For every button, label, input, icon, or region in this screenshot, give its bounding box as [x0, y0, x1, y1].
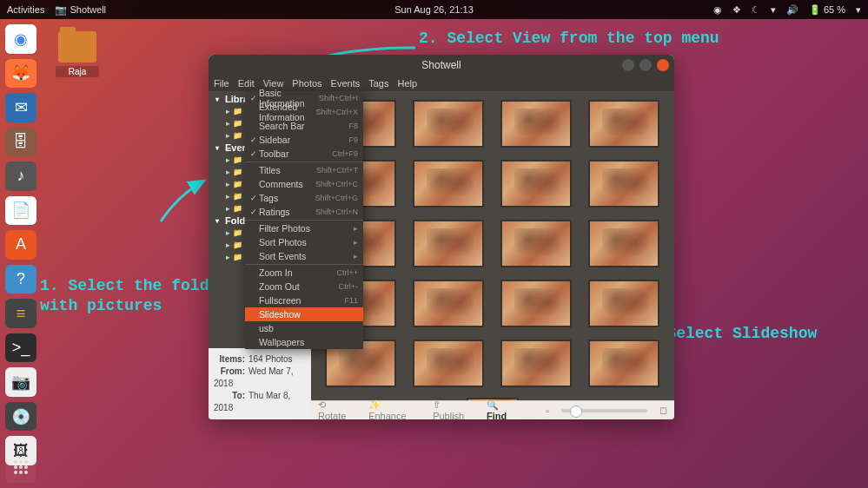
- photo-thumbnail[interactable]: [413, 280, 484, 327]
- battery-icon[interactable]: 🔋 65 %: [809, 4, 845, 16]
- photo-thumbnail[interactable]: [588, 100, 659, 148]
- svg-point-8: [24, 471, 28, 474]
- power-icon[interactable]: ▾: [856, 4, 861, 16]
- activities-button[interactable]: Activities: [7, 4, 44, 15]
- dropbox-icon[interactable]: ❖: [732, 4, 741, 16]
- photo-thumbnail[interactable]: [588, 160, 659, 208]
- photo-thumbnail[interactable]: [500, 280, 572, 327]
- menu-file[interactable]: File: [214, 78, 229, 89]
- annotation-1: 1. Select the folder with pictures: [40, 276, 228, 317]
- rhythmbox-icon[interactable]: ♪: [5, 162, 36, 191]
- menu-item-ratings[interactable]: ✓RatingsShift+Ctrl+N: [245, 205, 363, 219]
- annotation-2: 2. Select View from the top menu: [419, 29, 719, 49]
- photo-thumbnail[interactable]: [500, 100, 572, 148]
- network-icon[interactable]: ▾: [771, 4, 776, 16]
- writer-icon[interactable]: 📄: [5, 196, 36, 226]
- svg-point-2: [24, 460, 28, 464]
- thumbnail-grid[interactable]: [311, 91, 674, 400]
- view-menu-dropdown: ✓Basic InformationShift+Ctrl+IExtended I…: [245, 91, 363, 349]
- close-button[interactable]: [657, 59, 669, 71]
- desktop-folder[interactable]: Raja: [56, 31, 99, 77]
- photo-thumbnail[interactable]: [500, 160, 572, 208]
- software-icon[interactable]: A: [5, 230, 36, 260]
- photo-thumbnail[interactable]: [588, 340, 659, 387]
- cheese-icon[interactable]: 📷: [5, 367, 36, 397]
- bottom-toolbar: ⟲ Rotate ✨ Enhance ⇧ Publish 🔍 Find ▫ ◻: [311, 400, 674, 419]
- menu-item-sort-events[interactable]: Sort Events▸: [245, 249, 363, 263]
- maximize-button[interactable]: [639, 59, 652, 71]
- top-panel: Activities 📷 Shotwell Sun Aug 26, 21:13 …: [0, 0, 868, 19]
- help-icon[interactable]: ?: [5, 265, 36, 294]
- zoom-in-icon[interactable]: ◻: [659, 405, 667, 416]
- menu-item-titles[interactable]: TitlesShift+Ctrl+T: [245, 163, 363, 177]
- dock: ◉🦊✉🗄♪📄A?≡>_📷💿🖼: [0, 19, 42, 471]
- svg-point-5: [24, 465, 28, 469]
- menu-item-slideshow[interactable]: Slideshow: [245, 307, 363, 321]
- photo-thumbnail[interactable]: [588, 220, 659, 267]
- photo-thumbnail[interactable]: [588, 280, 659, 327]
- photo-thumbnail[interactable]: [413, 220, 484, 267]
- photo-thumbnail[interactable]: [413, 100, 484, 148]
- sublime-icon[interactable]: ≡: [5, 299, 36, 328]
- menu-events[interactable]: Events: [331, 78, 361, 89]
- menu-item-tags[interactable]: ✓TagsShift+Ctrl+G: [245, 191, 363, 205]
- menu-help[interactable]: Help: [398, 78, 418, 89]
- disk-icon[interactable]: 💿: [5, 402, 36, 432]
- content-area: ⟲ Rotate ✨ Enhance ⇧ Publish 🔍 Find ▫ ◻: [311, 91, 674, 419]
- chrome-indicator-icon[interactable]: ◉: [713, 4, 722, 16]
- menu-item-search-bar[interactable]: Search BarF8: [245, 119, 363, 133]
- photo-thumbnail[interactable]: [500, 220, 572, 267]
- menu-item-fullscreen[interactable]: FullscreenF11: [245, 293, 363, 307]
- minimize-button[interactable]: [622, 59, 634, 71]
- menu-tags[interactable]: Tags: [368, 78, 388, 89]
- show-apps-button[interactable]: [5, 452, 36, 483]
- rotate-button[interactable]: ⟲ Rotate: [318, 399, 356, 419]
- menu-item-usb[interactable]: usb: [245, 321, 363, 335]
- menu-item-filter-photos[interactable]: Filter Photos▸: [245, 221, 363, 235]
- svg-point-7: [19, 471, 23, 474]
- photo-thumbnail[interactable]: [413, 160, 484, 208]
- menu-item-zoom-in[interactable]: Zoom InCtrl++: [245, 266, 363, 280]
- photo-thumbnail[interactable]: [467, 398, 519, 400]
- files-icon[interactable]: 🗄: [5, 128, 36, 157]
- app-menu[interactable]: 📷 Shotwell: [55, 4, 106, 16]
- zoom-slider[interactable]: [561, 409, 647, 412]
- menu-item-sidebar[interactable]: ✓SidebarF9: [245, 133, 363, 147]
- chrome-icon[interactable]: ◉: [5, 24, 36, 54]
- volume-icon[interactable]: 🔊: [786, 4, 798, 16]
- photo-thumbnail[interactable]: [413, 340, 484, 387]
- find-button[interactable]: 🔍 Find: [487, 399, 521, 419]
- clock[interactable]: Sun Aug 26, 21:13: [394, 4, 474, 15]
- publish-button[interactable]: ⇧ Publish: [433, 399, 474, 419]
- menu-item-sort-photos[interactable]: Sort Photos▸: [245, 235, 363, 249]
- firefox-icon[interactable]: 🦊: [5, 59, 36, 89]
- terminal-icon[interactable]: >_: [5, 333, 36, 363]
- menu-edit[interactable]: Edit: [238, 78, 255, 89]
- photo-thumbnail[interactable]: [500, 340, 572, 387]
- svg-point-4: [19, 465, 23, 469]
- menu-item-zoom-out[interactable]: Zoom OutCtrl+-: [245, 280, 363, 293]
- zoom-out-icon[interactable]: ▫: [546, 406, 549, 416]
- enhance-button[interactable]: ✨ Enhance: [368, 399, 421, 419]
- thunderbird-icon[interactable]: ✉: [5, 93, 36, 122]
- folder-icon: [58, 31, 96, 63]
- window-title: Shotwell: [421, 59, 461, 71]
- svg-point-0: [14, 460, 17, 464]
- menu-item-toolbar[interactable]: ✓ToolbarCtrl+F9: [245, 147, 363, 161]
- svg-point-3: [14, 465, 17, 469]
- menu-item-extended-information[interactable]: Extended InformationShift+Ctrl+X: [245, 105, 363, 119]
- folder-label: Raja: [56, 66, 99, 77]
- svg-point-6: [14, 471, 17, 474]
- titlebar[interactable]: Shotwell: [209, 55, 674, 76]
- night-icon[interactable]: ☾: [752, 4, 760, 16]
- svg-point-1: [19, 460, 23, 464]
- sidebar-info: Items:164 Photos From:Wed Mar 7, 2018 To…: [209, 348, 311, 419]
- menu-item-wallpapers[interactable]: Wallpapers: [245, 335, 363, 349]
- menu-item-comments[interactable]: CommentsShift+Ctrl+C: [245, 177, 363, 191]
